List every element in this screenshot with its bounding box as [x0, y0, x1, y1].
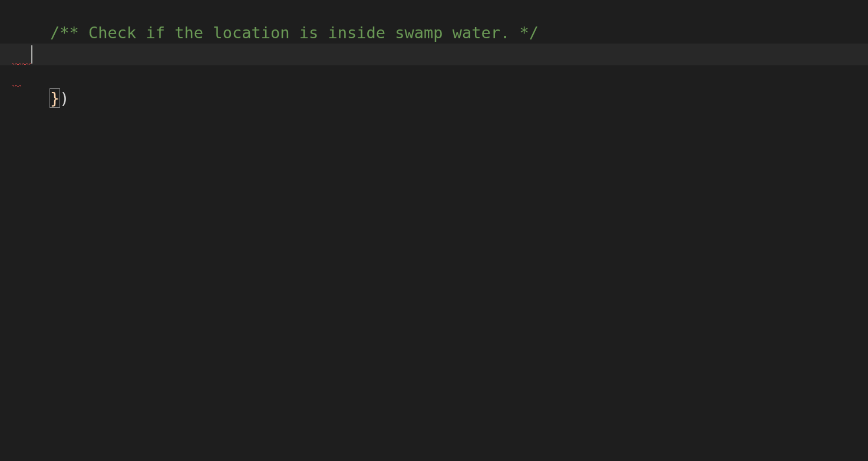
paren-close-token: ): [60, 89, 69, 107]
error-squiggle: [12, 62, 31, 65]
code-line[interactable]: }): [0, 65, 868, 87]
code-line-current[interactable]: [0, 44, 868, 65]
text-cursor: [31, 45, 32, 64]
matching-bracket-close: }: [50, 87, 60, 109]
code-line[interactable]: Predicate('in_swamp_water', {: [0, 22, 868, 44]
error-squiggle: [12, 84, 21, 87]
code-editor[interactable]: /** Check if the location is inside swam…: [0, 0, 868, 461]
code-line[interactable]: /** Check if the location is inside swam…: [0, 0, 868, 22]
